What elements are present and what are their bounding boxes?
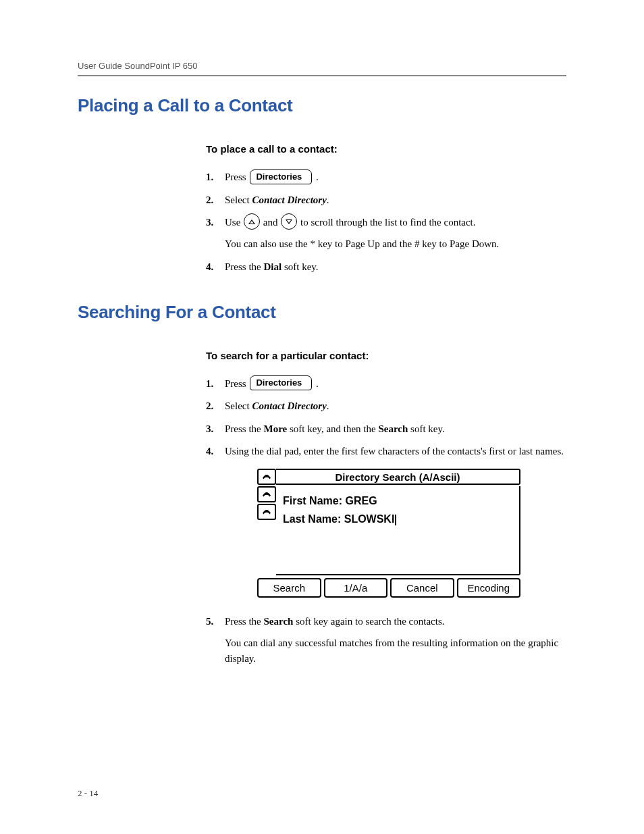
step-1: 1. Press Directories .: [206, 170, 566, 186]
step-text-post: .: [327, 400, 329, 411]
step-text: Press the: [225, 423, 264, 434]
step-text-post: to scroll through the list to find the c…: [300, 217, 476, 228]
step-list-searching: 1. Press Directories . 2. Select Contact…: [206, 376, 566, 667]
step-3: 3. Use and to scroll through the list to…: [206, 215, 566, 253]
field-label: First Name:: [283, 495, 342, 506]
step-number: 5.: [206, 614, 225, 629]
step-number: 4.: [206, 444, 225, 459]
field-value: SLOWSKI: [344, 513, 395, 525]
softkey-cancel: Cancel: [390, 578, 454, 598]
step-4: 4. Using the dial pad, enter the first f…: [206, 444, 566, 608]
step-body: Select Contact Directory.: [225, 398, 566, 414]
phone-line-icon: [257, 469, 276, 485]
running-header: User Guide SoundPoint IP 650: [78, 61, 566, 71]
procedure-title-placing: To place a call to a contact:: [206, 143, 566, 155]
step-text-post: .: [316, 172, 319, 182]
softkey-row: Search 1/A/a Cancel Encoding: [257, 578, 520, 598]
step-body: Press the More soft key, and then the Se…: [225, 421, 566, 437]
phone-screen-body: First Name: GREG Last Name: SLOWSKI: [276, 486, 520, 575]
arrow-down-icon: [281, 213, 297, 230]
step-body: Press Directories .: [225, 376, 566, 392]
document-page: User Guide SoundPoint IP 650 Placing a C…: [0, 0, 644, 834]
step-text: Select: [225, 400, 252, 411]
step-text-mid: and: [263, 217, 280, 228]
text-cursor-icon: [395, 515, 396, 525]
softkey-name: Dial: [264, 261, 282, 272]
softkey-name: Search: [378, 423, 408, 434]
line-key-column-2: [257, 486, 276, 575]
phone-line-icon: [257, 486, 276, 502]
step-text: Press the: [225, 261, 264, 272]
step-2: 2. Select Contact Directory.: [206, 192, 566, 208]
step-3: 3. Press the More soft key, and then the…: [206, 421, 566, 437]
directories-button-icon: Directories: [250, 170, 312, 184]
section-content-placing: To place a call to a contact: 1. Press D…: [206, 143, 566, 275]
page-number: 2 - 14: [78, 788, 566, 799]
step-text-post: .: [327, 194, 329, 205]
softkey-mode: 1/A/a: [324, 578, 388, 598]
phone-display-figure: Directory Search (A/Ascii): [257, 469, 520, 598]
step-text: Using the dial pad, enter the first few …: [225, 446, 564, 457]
step-5: 5. Press the Search soft key again to se…: [206, 614, 566, 667]
field-value: GREG: [345, 495, 377, 506]
step-number: 1.: [206, 376, 225, 392]
step-body: Select Contact Directory.: [225, 192, 566, 208]
step-text-mid: soft key, and then the: [287, 423, 378, 434]
arrow-up-icon: [244, 213, 260, 230]
step-number: 2.: [206, 192, 225, 208]
section-heading-searching: Searching For a Contact: [78, 302, 566, 323]
step-body: Using the dial pad, enter the first few …: [225, 444, 566, 608]
step-text: Press: [225, 378, 248, 389]
step-number: 2.: [206, 398, 225, 414]
step-text: Press the: [225, 616, 264, 627]
step-extra-text: You can also use the * key to Page Up an…: [225, 236, 566, 252]
directories-button-icon: Directories: [250, 375, 312, 390]
softkey-name: More: [264, 423, 288, 434]
step-body: Press the Search soft key again to searc…: [225, 614, 566, 667]
step-text: Press: [225, 172, 248, 182]
step-4: 4. Press the Dial soft key.: [206, 259, 566, 275]
step-text: Use: [225, 217, 243, 228]
line-key-column: [257, 469, 276, 486]
menu-item-name: Contact Directory: [252, 400, 326, 411]
step-1: 1. Press Directories .: [206, 376, 566, 392]
step-text-post: soft key.: [408, 423, 444, 434]
step-text: Select: [225, 194, 252, 205]
step-2: 2. Select Contact Directory.: [206, 398, 566, 414]
step-body: Press Directories .: [225, 170, 566, 186]
step-number: 1.: [206, 170, 225, 185]
step-number: 4.: [206, 259, 225, 275]
step-extra-text: You can dial any successful matches from…: [225, 635, 566, 667]
phone-screen-title: Directory Search (A/Ascii): [276, 469, 520, 485]
first-name-field: First Name: GREG: [283, 493, 512, 510]
menu-item-name: Contact Directory: [252, 194, 326, 205]
procedure-title-searching: To search for a particular contact:: [206, 350, 566, 361]
step-body: Use and to scroll through the list to fi…: [225, 215, 566, 253]
phone-line-icon: [257, 504, 276, 520]
section-content-searching: To search for a particular contact: 1. P…: [206, 350, 566, 667]
softkey-name: Search: [264, 616, 294, 627]
field-label: Last Name:: [283, 513, 341, 525]
softkey-encoding: Encoding: [457, 578, 521, 598]
header-rule: [78, 75, 566, 76]
step-number: 3.: [206, 421, 225, 437]
step-list-placing: 1. Press Directories . 2. Select Contact…: [206, 170, 566, 275]
softkey-search: Search: [257, 578, 321, 598]
section-heading-placing: Placing a Call to a Contact: [78, 95, 566, 116]
step-text-post: .: [316, 378, 319, 389]
step-body: Press the Dial soft key.: [225, 259, 566, 275]
step-text-post: soft key again to search the contacts.: [293, 616, 444, 627]
last-name-field: Last Name: SLOWSKI: [283, 511, 512, 528]
step-text-post: soft key.: [281, 261, 318, 272]
step-number: 3.: [206, 215, 225, 230]
